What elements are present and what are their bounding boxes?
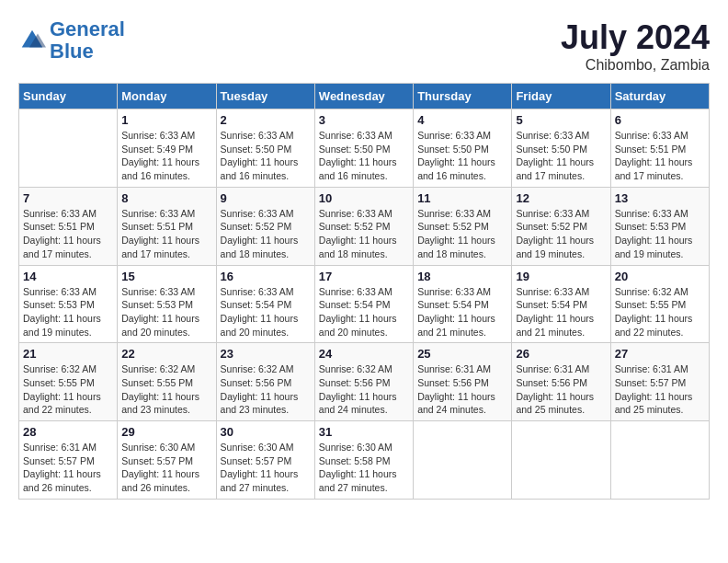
day-number: 4 <box>417 113 507 127</box>
day-info: Sunrise: 6:30 AM Sunset: 5:58 PM Dayligh… <box>319 441 409 495</box>
calendar-cell: 28Sunrise: 6:31 AM Sunset: 5:57 PM Dayli… <box>19 421 118 500</box>
day-number: 22 <box>121 347 211 361</box>
day-info: Sunrise: 6:32 AM Sunset: 5:55 PM Dayligh… <box>121 362 211 417</box>
day-number: 10 <box>319 191 409 205</box>
day-info: Sunrise: 6:33 AM Sunset: 5:51 PM Dayligh… <box>121 207 211 261</box>
title-block: July 2024 Chibombo, Zambia <box>561 18 710 74</box>
month-year-title: July 2024 <box>561 18 710 57</box>
calendar-cell: 11Sunrise: 6:33 AM Sunset: 5:52 PM Dayli… <box>414 187 512 265</box>
weekday-header-wednesday: Wednesday <box>314 84 413 109</box>
day-info: Sunrise: 6:33 AM Sunset: 5:52 PM Dayligh… <box>319 207 409 261</box>
day-number: 27 <box>615 347 705 361</box>
day-info: Sunrise: 6:32 AM Sunset: 5:56 PM Dayligh… <box>319 362 409 417</box>
calendar-cell: 5Sunrise: 6:33 AM Sunset: 5:50 PM Daylig… <box>512 109 610 188</box>
logo-icon <box>18 27 46 54</box>
calendar-cell <box>414 421 512 500</box>
calendar-cell: 12Sunrise: 6:33 AM Sunset: 5:52 PM Dayli… <box>512 187 610 265</box>
day-info: Sunrise: 6:32 AM Sunset: 5:55 PM Dayligh… <box>23 362 113 417</box>
calendar-cell: 25Sunrise: 6:31 AM Sunset: 5:56 PM Dayli… <box>414 343 512 421</box>
day-number: 29 <box>121 425 211 439</box>
day-info: Sunrise: 6:32 AM Sunset: 5:56 PM Dayligh… <box>221 362 311 417</box>
weekday-header-thursday: Thursday <box>414 84 512 109</box>
weekday-header-saturday: Saturday <box>610 84 709 109</box>
calendar-week-4: 21Sunrise: 6:32 AM Sunset: 5:55 PM Dayli… <box>19 343 710 421</box>
day-info: Sunrise: 6:33 AM Sunset: 5:49 PM Dayligh… <box>121 129 211 183</box>
day-info: Sunrise: 6:33 AM Sunset: 5:50 PM Dayligh… <box>516 129 606 183</box>
calendar-cell: 10Sunrise: 6:33 AM Sunset: 5:52 PM Dayli… <box>314 187 413 265</box>
calendar-week-5: 28Sunrise: 6:31 AM Sunset: 5:57 PM Dayli… <box>19 421 710 500</box>
calendar-cell: 8Sunrise: 6:33 AM Sunset: 5:51 PM Daylig… <box>118 187 216 265</box>
day-info: Sunrise: 6:33 AM Sunset: 5:54 PM Dayligh… <box>319 285 409 339</box>
calendar-cell: 13Sunrise: 6:33 AM Sunset: 5:53 PM Dayli… <box>610 187 709 265</box>
day-number: 7 <box>23 191 113 205</box>
calendar-cell: 17Sunrise: 6:33 AM Sunset: 5:54 PM Dayli… <box>314 265 413 343</box>
day-number: 1 <box>121 113 211 127</box>
day-number: 14 <box>23 270 113 283</box>
day-number: 17 <box>319 270 409 283</box>
day-info: Sunrise: 6:33 AM Sunset: 5:54 PM Dayligh… <box>221 285 311 339</box>
calendar-header: SundayMondayTuesdayWednesdayThursdayFrid… <box>19 84 710 109</box>
calendar-cell: 30Sunrise: 6:30 AM Sunset: 5:57 PM Dayli… <box>216 421 314 500</box>
day-info: Sunrise: 6:30 AM Sunset: 5:57 PM Dayligh… <box>221 441 311 495</box>
day-info: Sunrise: 6:33 AM Sunset: 5:52 PM Dayligh… <box>516 207 606 261</box>
day-info: Sunrise: 6:33 AM Sunset: 5:54 PM Dayligh… <box>417 285 507 339</box>
calendar-cell: 22Sunrise: 6:32 AM Sunset: 5:55 PM Dayli… <box>118 343 216 421</box>
calendar-week-3: 14Sunrise: 6:33 AM Sunset: 5:53 PM Dayli… <box>19 265 710 343</box>
calendar-cell: 3Sunrise: 6:33 AM Sunset: 5:50 PM Daylig… <box>314 109 413 188</box>
day-number: 16 <box>221 270 311 283</box>
day-info: Sunrise: 6:31 AM Sunset: 5:57 PM Dayligh… <box>615 362 705 417</box>
page-header: General Blue July 2024 Chibombo, Zambia <box>18 18 710 74</box>
day-number: 11 <box>417 191 507 205</box>
logo-line1: General <box>50 17 125 40</box>
calendar-cell: 7Sunrise: 6:33 AM Sunset: 5:51 PM Daylig… <box>19 187 118 265</box>
calendar-cell: 19Sunrise: 6:33 AM Sunset: 5:54 PM Dayli… <box>512 265 610 343</box>
day-info: Sunrise: 6:32 AM Sunset: 5:55 PM Dayligh… <box>615 285 705 339</box>
calendar-cell: 21Sunrise: 6:32 AM Sunset: 5:55 PM Dayli… <box>19 343 118 421</box>
day-info: Sunrise: 6:33 AM Sunset: 5:53 PM Dayligh… <box>121 285 211 339</box>
day-info: Sunrise: 6:33 AM Sunset: 5:50 PM Dayligh… <box>221 129 311 183</box>
calendar-cell: 4Sunrise: 6:33 AM Sunset: 5:50 PM Daylig… <box>414 109 512 188</box>
calendar-table: SundayMondayTuesdayWednesdayThursdayFrid… <box>18 83 710 500</box>
day-number: 20 <box>615 270 705 283</box>
day-number: 24 <box>319 347 409 361</box>
calendar-cell: 29Sunrise: 6:30 AM Sunset: 5:57 PM Dayli… <box>118 421 216 500</box>
day-number: 21 <box>23 347 113 361</box>
day-number: 13 <box>615 191 705 205</box>
day-info: Sunrise: 6:33 AM Sunset: 5:52 PM Dayligh… <box>221 207 311 261</box>
day-info: Sunrise: 6:31 AM Sunset: 5:56 PM Dayligh… <box>516 362 606 417</box>
day-info: Sunrise: 6:33 AM Sunset: 5:52 PM Dayligh… <box>417 207 507 261</box>
location-title: Chibombo, Zambia <box>561 57 710 74</box>
logo-text: General Blue <box>50 18 125 63</box>
calendar-cell: 9Sunrise: 6:33 AM Sunset: 5:52 PM Daylig… <box>216 187 314 265</box>
day-number: 12 <box>516 191 606 205</box>
day-info: Sunrise: 6:31 AM Sunset: 5:56 PM Dayligh… <box>417 362 507 417</box>
day-number: 30 <box>221 425 311 439</box>
day-number: 3 <box>319 113 409 127</box>
calendar-cell <box>19 109 118 188</box>
weekday-header-sunday: Sunday <box>19 84 118 109</box>
logo: General Blue <box>18 18 125 63</box>
calendar-week-2: 7Sunrise: 6:33 AM Sunset: 5:51 PM Daylig… <box>19 187 710 265</box>
calendar-cell: 15Sunrise: 6:33 AM Sunset: 5:53 PM Dayli… <box>118 265 216 343</box>
calendar-cell: 27Sunrise: 6:31 AM Sunset: 5:57 PM Dayli… <box>610 343 709 421</box>
day-info: Sunrise: 6:33 AM Sunset: 5:53 PM Dayligh… <box>23 285 113 339</box>
day-info: Sunrise: 6:33 AM Sunset: 5:51 PM Dayligh… <box>615 129 705 183</box>
weekday-header-friday: Friday <box>512 84 610 109</box>
calendar-cell: 31Sunrise: 6:30 AM Sunset: 5:58 PM Dayli… <box>314 421 413 500</box>
day-info: Sunrise: 6:33 AM Sunset: 5:53 PM Dayligh… <box>615 207 705 261</box>
day-number: 5 <box>516 113 606 127</box>
day-number: 15 <box>121 270 211 283</box>
day-number: 19 <box>516 270 606 283</box>
weekday-header-row: SundayMondayTuesdayWednesdayThursdayFrid… <box>19 84 710 109</box>
calendar-cell: 1Sunrise: 6:33 AM Sunset: 5:49 PM Daylig… <box>118 109 216 188</box>
calendar-cell: 18Sunrise: 6:33 AM Sunset: 5:54 PM Dayli… <box>414 265 512 343</box>
day-info: Sunrise: 6:33 AM Sunset: 5:50 PM Dayligh… <box>417 129 507 183</box>
day-info: Sunrise: 6:31 AM Sunset: 5:57 PM Dayligh… <box>23 441 113 495</box>
calendar-cell: 26Sunrise: 6:31 AM Sunset: 5:56 PM Dayli… <box>512 343 610 421</box>
calendar-cell: 23Sunrise: 6:32 AM Sunset: 5:56 PM Dayli… <box>216 343 314 421</box>
calendar-cell: 6Sunrise: 6:33 AM Sunset: 5:51 PM Daylig… <box>610 109 709 188</box>
calendar-cell: 14Sunrise: 6:33 AM Sunset: 5:53 PM Dayli… <box>19 265 118 343</box>
day-info: Sunrise: 6:33 AM Sunset: 5:51 PM Dayligh… <box>23 207 113 261</box>
logo-line2: Blue <box>50 40 94 63</box>
day-number: 8 <box>121 191 211 205</box>
